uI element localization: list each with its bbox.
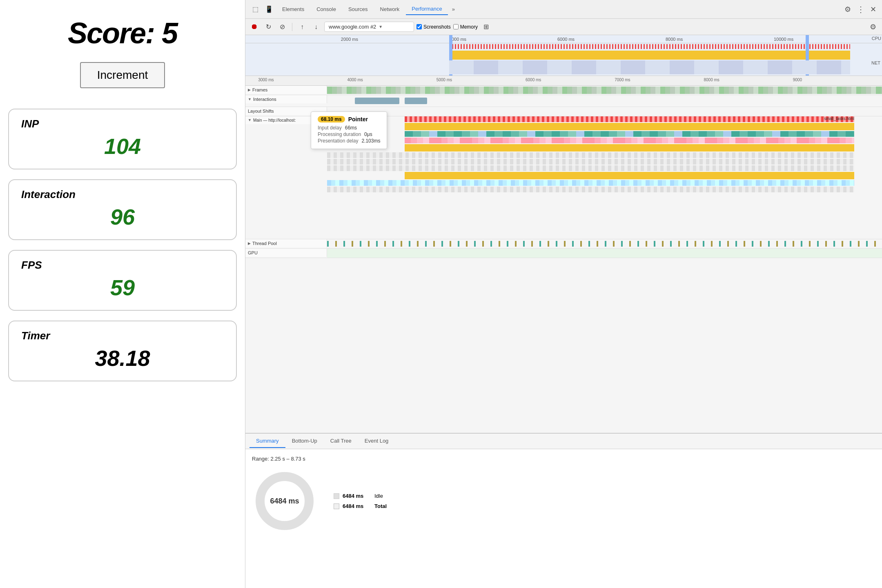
clear-icon[interactable]: ⊘ xyxy=(276,21,288,33)
device-icon[interactable]: 📱 xyxy=(263,3,276,16)
timeline-main: 3000 ms 4000 ms 5000 ms 6000 ms 7000 ms … xyxy=(245,76,882,433)
timeline-ruler: 3000 ms 4000 ms 5000 ms 6000 ms 7000 ms … xyxy=(245,76,882,86)
total-swatch xyxy=(334,503,339,509)
interactions-track: ▼ Interactions 68.10 ms Pointer Input de… xyxy=(245,95,882,107)
tab-performance[interactable]: Performance xyxy=(406,3,448,15)
timer-value: 38.18 xyxy=(21,345,224,371)
record-icon[interactable]: ⏺ xyxy=(249,21,260,33)
mark-3000: 3000 ms xyxy=(258,78,274,82)
tab-sources[interactable]: Sources xyxy=(343,4,374,15)
inspect-icon[interactable]: ⬚ xyxy=(249,3,262,16)
interactions-content xyxy=(327,95,882,107)
score-label: Score: xyxy=(68,17,154,49)
tab-more[interactable]: » xyxy=(449,4,458,15)
tab-event-log[interactable]: Event Log xyxy=(358,434,395,448)
tab-network[interactable]: Network xyxy=(374,4,405,15)
tooltip-input-delay-val: 66ms xyxy=(345,125,357,131)
frames-content xyxy=(327,86,882,95)
thread-pool-content xyxy=(327,239,882,248)
mark-8000: 8000 ms xyxy=(704,78,719,82)
ruler-6000: 6000 ms xyxy=(557,37,575,42)
main-file-label: small_tasks.html xyxy=(824,116,854,121)
memory-checkbox[interactable] xyxy=(453,24,459,29)
tooltip-title: 68.10 ms Pointer xyxy=(318,116,380,122)
gpu-label: GPU xyxy=(245,249,327,257)
range-text: Range: 2.25 s – 8.73 s xyxy=(252,456,875,462)
metric-card-timer: Timer 38.18 xyxy=(8,321,237,381)
thread-pool-strip xyxy=(327,241,882,247)
timeline-overview[interactable]: 2000 ms 4000 ms 6000 ms 8000 ms 10000 ms… xyxy=(245,35,882,76)
score-display: Score: 5 xyxy=(68,16,177,50)
interactions-arrow[interactable]: ▼ xyxy=(248,97,252,101)
close-icon[interactable]: ✕ xyxy=(868,2,879,16)
bottom-tabs: Summary Bottom-Up Call Tree Event Log xyxy=(245,434,882,449)
gpu-text: GPU xyxy=(248,250,258,255)
gpu-content xyxy=(327,249,882,258)
thread-pool-text: Thread Pool xyxy=(252,241,277,246)
tooltip-presentation-val: 2.103ms xyxy=(361,138,380,144)
cpu-red-stripe xyxy=(449,44,850,49)
screenshots-label: Screenshots xyxy=(423,24,451,30)
total-ms: 6484 ms xyxy=(343,503,371,509)
capture-icon[interactable]: ⊞ xyxy=(480,21,492,33)
toolbar-divider xyxy=(292,23,292,31)
frames-arrow[interactable]: ▶ xyxy=(248,88,251,92)
settings-icon[interactable]: ⚙ xyxy=(842,2,853,16)
interaction-block-2 xyxy=(405,98,427,104)
bottom-content: Range: 2.25 s – 8.73 s 6484 ms 6484 ms I… xyxy=(245,449,882,588)
cpu-yellow-bar xyxy=(449,51,850,60)
mark-4000: 4000 ms xyxy=(347,78,363,82)
increment-button[interactable]: Increment xyxy=(80,62,165,88)
tab-summary[interactable]: Summary xyxy=(249,434,285,448)
interaction-tooltip: 68.10 ms Pointer Input delay 66ms Proces… xyxy=(311,111,387,149)
inp-value: 104 xyxy=(21,134,224,159)
url-text: www.google.com #2 xyxy=(329,24,376,30)
screenshots-checkbox[interactable] xyxy=(416,24,422,29)
more-options-icon[interactable]: ⋮ xyxy=(854,2,867,17)
legend-total: 6484 ms Total xyxy=(334,503,387,509)
tooltip-input-delay: Input delay 66ms xyxy=(318,125,380,131)
main-row-2 xyxy=(405,138,854,143)
reload-icon[interactable]: ↻ xyxy=(263,21,274,33)
main-yellow-2 xyxy=(405,144,854,151)
screenshots-checkbox-group: Screenshots xyxy=(416,24,451,30)
main-yellow-3 xyxy=(405,172,854,179)
tracks-container[interactable]: ▶ Frames ▼ Interactions xyxy=(245,86,882,433)
tab-bottom-up[interactable]: Bottom-Up xyxy=(285,434,324,448)
thread-pool-track: ▶ Thread Pool xyxy=(245,239,882,249)
tooltip-type: Pointer xyxy=(348,116,368,122)
score-value: 5 xyxy=(162,17,177,49)
perf-settings-icon[interactable]: ⚙ xyxy=(867,20,879,34)
tab-console[interactable]: Console xyxy=(311,4,342,15)
devtools-panel: ⬚ 📱 Elements Console Sources Network Per… xyxy=(245,0,882,588)
devtools-topbar: ⬚ 📱 Elements Console Sources Network Per… xyxy=(245,0,882,19)
timer-label: Timer xyxy=(21,330,224,342)
idle-swatch xyxy=(334,493,339,499)
tab-elements[interactable]: Elements xyxy=(276,4,310,15)
fps-label: FPS xyxy=(21,259,224,272)
metric-card-inp: INP 104 xyxy=(8,109,237,169)
interaction-value: 96 xyxy=(21,204,224,229)
memory-label: Memory xyxy=(460,24,478,30)
main-arrow[interactable]: ▼ xyxy=(248,118,252,122)
gpu-track: GPU xyxy=(245,249,882,258)
upload-icon[interactable]: ↑ xyxy=(296,21,308,33)
bottom-panel: Summary Bottom-Up Call Tree Event Log Ra… xyxy=(245,433,882,588)
main-row-5 xyxy=(327,165,854,171)
interaction-block-1 xyxy=(355,98,399,104)
frames-track: ▶ Frames xyxy=(245,86,882,95)
tab-call-tree[interactable]: Call Tree xyxy=(324,434,358,448)
tooltip-processing: Processing duration 0μs xyxy=(318,131,380,137)
url-dropdown-icon[interactable]: ▼ xyxy=(379,24,383,29)
net-label: NET xyxy=(871,60,880,65)
thread-pool-arrow[interactable]: ▶ xyxy=(248,241,251,245)
metric-card-interaction: Interaction 96 xyxy=(8,179,237,240)
screenshot-strip xyxy=(449,60,850,74)
tooltip-input-delay-label: Input delay xyxy=(318,125,342,131)
mark-9000: 9000 xyxy=(793,78,802,82)
idle-label: Idle xyxy=(374,493,383,499)
donut-label: 6484 ms xyxy=(270,497,299,506)
download-icon[interactable]: ↓ xyxy=(310,21,322,33)
mark-7000: 7000 ms xyxy=(615,78,630,82)
ruler-2000: 2000 ms xyxy=(341,37,358,42)
